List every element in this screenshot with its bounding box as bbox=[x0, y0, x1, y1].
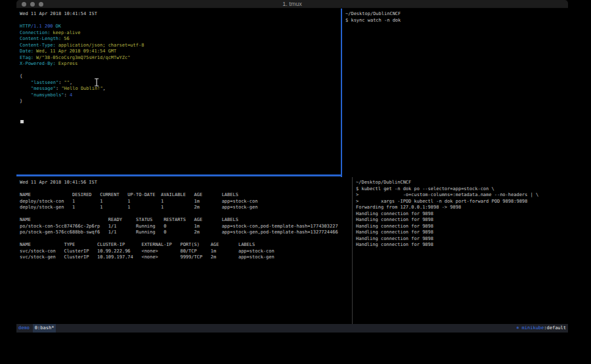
active-window-tab[interactable]: 0:bash* bbox=[33, 324, 56, 333]
json-entry: "numsymbols": 4 bbox=[20, 92, 341, 99]
mouse-ibeam-cursor bbox=[94, 78, 100, 89]
zoom-button-icon[interactable] bbox=[39, 2, 43, 7]
kube-context: minikube bbox=[522, 325, 544, 331]
json-close-brace: } bbox=[20, 98, 341, 105]
kube-context-status: ⎈ minikube:default bbox=[516, 324, 568, 333]
json-entry: "lastseen": "", bbox=[20, 80, 341, 87]
pane-divider-vertical-bottom[interactable] bbox=[352, 177, 353, 324]
tmux-status-bar: demo 0:bash* ⎈ minikube:default bbox=[16, 324, 568, 333]
http-header: Content-Type:application/json; charset=u… bbox=[20, 43, 341, 49]
cwd: ~/Desktop/DublinCNCF bbox=[356, 180, 568, 186]
titlebar[interactable]: 1. tmux bbox=[16, 0, 568, 9]
http-header: X-Powered-By:Express bbox=[20, 61, 341, 68]
kube-namespace: :default bbox=[544, 325, 566, 331]
command-line: $ ksync watch -n dok bbox=[345, 18, 568, 24]
cwd: ~/Desktop/DublinCNCF bbox=[345, 11, 568, 18]
http-status-line: HTTP/1.1 200OK bbox=[20, 24, 341, 30]
terminal-cursor bbox=[20, 120, 24, 123]
close-button-icon[interactable] bbox=[22, 2, 26, 7]
timestamp: Wed 11 Apr 2018 10:41:56 IST bbox=[20, 180, 352, 186]
minimize-button-icon[interactable] bbox=[30, 2, 35, 7]
json-open-brace: { bbox=[20, 73, 341, 80]
pane-divider-horizontal[interactable] bbox=[16, 174, 342, 176]
pane-ksync[interactable]: ~/Desktop/DublinCNCF $ ksync watch -n do… bbox=[343, 9, 568, 174]
pods-table: NAME READY STATUS RESTARTS AGE LABELS po… bbox=[20, 217, 352, 236]
session-name: demo bbox=[16, 324, 30, 333]
http-header: ETag:W/"38-05coCsrg3mQ75sHr1d/qcMTwYZc" bbox=[20, 55, 341, 62]
services-table: NAME TYPE CLUSTER-IP EXTERNAL-IP PORT(S)… bbox=[20, 242, 352, 261]
timestamp: Wed 11 Apr 2018 10:41:54 IST bbox=[20, 11, 341, 18]
terminal-window: 1. tmux Wed 11 Apr 2018 10:41:54 IST HTT… bbox=[16, 0, 568, 334]
deployments-table: NAME DESIRED CURRENT UP-TO-DATE AVAILABL… bbox=[20, 192, 352, 211]
port-forward-output: $ kubectl get -n dok po --selector=app=s… bbox=[356, 186, 568, 249]
tmux-session: Wed 11 Apr 2018 10:41:54 IST HTTP/1.1 20… bbox=[16, 9, 568, 324]
pane-kubectl-get[interactable]: Wed 11 Apr 2018 10:41:56 IST NAME DESIRE… bbox=[16, 177, 352, 324]
pane-http-response[interactable]: Wed 11 Apr 2018 10:41:54 IST HTTP/1.1 20… bbox=[16, 9, 341, 174]
pane-port-forward[interactable]: ~/Desktop/DublinCNCF $ kubectl get -n do… bbox=[353, 177, 568, 324]
http-header: Connection:keep-alive bbox=[20, 30, 341, 37]
traffic-lights bbox=[22, 2, 43, 7]
pane-divider-vertical-top[interactable] bbox=[341, 9, 342, 177]
http-header: Content-Length:56 bbox=[20, 36, 341, 43]
http-header: Date:Wed, 11 Apr 2018 09:41:54 GMT bbox=[20, 49, 341, 55]
window-title: 1. tmux bbox=[16, 0, 568, 9]
json-entry: "message": "Hello Dublin!", bbox=[20, 86, 341, 92]
